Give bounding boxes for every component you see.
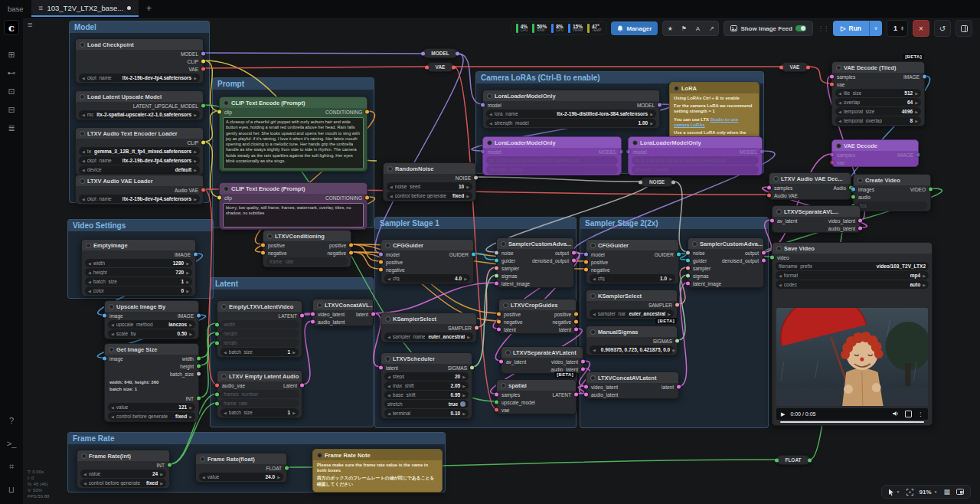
shortcuts-icon[interactable]: ⌗ [5, 460, 18, 473]
video-latent-input-port[interactable] [584, 385, 588, 389]
input-port[interactable] [779, 65, 783, 69]
node-header[interactable]: KSamplerSelect [381, 313, 476, 324]
guider-input-port[interactable] [686, 259, 690, 263]
collapse-dot-icon[interactable] [487, 93, 492, 99]
node-sampler-custom-advanced-2[interactable]: SamplerCustomAdva...noiseoutputguiderden… [688, 237, 764, 288]
widget-batch-size[interactable]: ◀batch_size1▶ [85, 277, 192, 286]
collapse-dot-icon[interactable] [501, 241, 506, 247]
sampler-output-port[interactable] [475, 326, 479, 330]
node-header[interactable]: LTXVSeparateAVL... [773, 206, 860, 217]
collapse-dot-icon[interactable] [387, 166, 393, 172]
output-port[interactable] [806, 65, 810, 69]
group-title[interactable]: Prompt [213, 78, 374, 90]
collapse-dot-icon[interactable] [80, 131, 85, 136]
increment-arrow-icon[interactable]: ▶ [915, 110, 918, 114]
fullscreen-icon[interactable] [905, 411, 912, 417]
node-header[interactable]: LTXVConcatAVL... [313, 299, 373, 310]
node-header[interactable]: ManualSigmas [586, 326, 677, 337]
model-input-port[interactable] [626, 150, 630, 154]
image-output-port[interactable] [197, 314, 201, 318]
node-frame-rate-float[interactable]: Frame Rate(float)FLOAT◀value24.0▶ [195, 453, 287, 483]
widget-base-shift[interactable]: ◀base_shift0.95▶ [384, 391, 469, 399]
sigmas-input-port[interactable] [686, 274, 690, 278]
increment-arrow-icon[interactable]: ▶ [669, 277, 672, 281]
decrement-arrow-icon[interactable]: ◀ [83, 481, 87, 486]
positive-input-port[interactable] [379, 260, 383, 264]
widget-value[interactable]: ◀value121▶ [108, 403, 195, 411]
increment-arrow-icon[interactable]: ▶ [292, 411, 296, 415]
increment-arrow-icon[interactable]: ▶ [277, 475, 280, 479]
decrement-arrow-icon[interactable]: ◀ [838, 119, 841, 123]
star-icon[interactable]: ★ [663, 21, 677, 35]
sigmas-output-port[interactable] [470, 366, 474, 370]
width-input-port[interactable] [215, 322, 219, 326]
node-empty-ltxv-latent-video[interactable]: EmptyLTXVLatentVideoLATENTwidthheightlen… [217, 300, 302, 358]
collapse-dot-icon[interactable] [505, 350, 511, 355]
vae-output-port[interactable] [201, 67, 205, 71]
input-port[interactable] [425, 65, 429, 69]
latent-upscale-model-output-port[interactable] [201, 104, 205, 108]
image-output-port[interactable] [916, 153, 920, 157]
node-header[interactable]: SamplerCustomAdva... [497, 238, 573, 249]
vae-input-port[interactable] [830, 83, 834, 87]
increment-arrow-icon[interactable]: ▶ [462, 393, 466, 398]
pointer-tool-button[interactable]: ▼ [888, 489, 900, 496]
run-options-chevron-icon[interactable]: ∨ [869, 21, 882, 36]
node-header[interactable]: Frame Rate Note [313, 450, 442, 460]
collapsed-node-vae[interactable]: VAE [781, 62, 808, 72]
group-title[interactable]: Sampler Stage 1 [375, 218, 576, 229]
extensions-icon[interactable]: ⊔ [5, 483, 18, 496]
collapse-dot-icon[interactable] [590, 293, 596, 299]
node-frame-rate-note[interactable]: Frame Rate NotePlease make sure the fram… [312, 449, 443, 493]
group-title[interactable]: Latent [211, 278, 373, 290]
prompt-textarea[interactable]: blurry, low quality, still frame, frames… [223, 203, 364, 227]
decrement-arrow-icon[interactable]: ◀ [387, 335, 390, 339]
collapse-dot-icon[interactable] [487, 140, 492, 146]
widget-noise-seed[interactable]: ◀noise_seed10▶ [387, 182, 472, 191]
decrement-arrow-icon[interactable]: ◀ [82, 197, 85, 201]
decrement-arrow-icon[interactable]: ◀ [838, 110, 841, 114]
latent-input-port[interactable] [379, 366, 383, 370]
positive-input-port[interactable] [261, 244, 265, 247]
node-header[interactable]: EmptyLTXVLatentVideo [217, 301, 302, 312]
show-image-feed-button[interactable]: Show Image Feed [724, 21, 813, 36]
negative-input-port[interactable] [584, 268, 588, 272]
collapse-dot-icon[interactable] [632, 140, 638, 146]
height-input-port[interactable] [215, 332, 219, 335]
decrement-arrow-icon[interactable]: ◀ [224, 411, 227, 415]
node-header[interactable]: LTXVConcatAVLatent [586, 372, 678, 383]
collapse-dot-icon[interactable] [317, 453, 322, 458]
collapse-dot-icon[interactable] [501, 383, 506, 388]
sampler-input-port[interactable] [495, 267, 498, 270]
negative-input-port[interactable] [379, 268, 383, 272]
widget-tile-size[interactable]: ◀tile_size512▶ [835, 89, 921, 97]
node-manual-sigmas[interactable]: [BETA]ManualSigmasSIGMAS◀sig...0.909375,… [586, 326, 678, 355]
widget-sampler-name[interactable]: ◀sampler_nameeuler_ancestral▶ [384, 332, 473, 341]
increment-arrow-icon[interactable]: ▶ [186, 261, 189, 266]
pointer-tool-chevron-icon[interactable]: ▼ [897, 489, 900, 494]
node-header[interactable]: KSamplerSelect [586, 290, 677, 301]
collapse-dot-icon[interactable] [836, 65, 841, 70]
comfyui-logo[interactable]: c [4, 20, 19, 35]
samples-input-port[interactable] [495, 393, 498, 397]
fit-view-button[interactable] [906, 489, 913, 496]
input-port[interactable] [775, 458, 779, 462]
widget-model-na[interactable]: ◀model_na...ltx-2-spatial-upscaler-x2-1.… [79, 110, 200, 119]
collapse-dot-icon[interactable] [385, 316, 390, 322]
node-clip-text-encode-negative[interactable]: CLIP Text Encode (Prompt)clipCONDITIONIN… [219, 182, 368, 230]
collapse-dot-icon[interactable] [776, 246, 782, 251]
widget-format[interactable]: ◀formatmp4▶ [776, 271, 929, 280]
samples-input-port[interactable] [767, 186, 771, 190]
latent-input-port[interactable] [497, 328, 501, 332]
negative-output-port[interactable] [349, 251, 353, 255]
node-header[interactable]: LTXV Audio Text Encoder Loader [76, 128, 203, 139]
increment-arrow-icon[interactable]: ▶ [194, 76, 197, 80]
height-output-port[interactable] [197, 365, 201, 368]
node-load-latent-upscale-model[interactable]: Load Latent Upscale ModelLATENT_UPSCALE_… [75, 90, 204, 120]
image-output-port[interactable] [194, 253, 198, 257]
denoised-output-output-port[interactable] [762, 259, 766, 263]
audio-input-port[interactable] [851, 195, 855, 199]
image-input-port[interactable] [103, 314, 106, 318]
collapse-dot-icon[interactable] [221, 304, 227, 309]
minimap-button[interactable] [956, 489, 964, 495]
